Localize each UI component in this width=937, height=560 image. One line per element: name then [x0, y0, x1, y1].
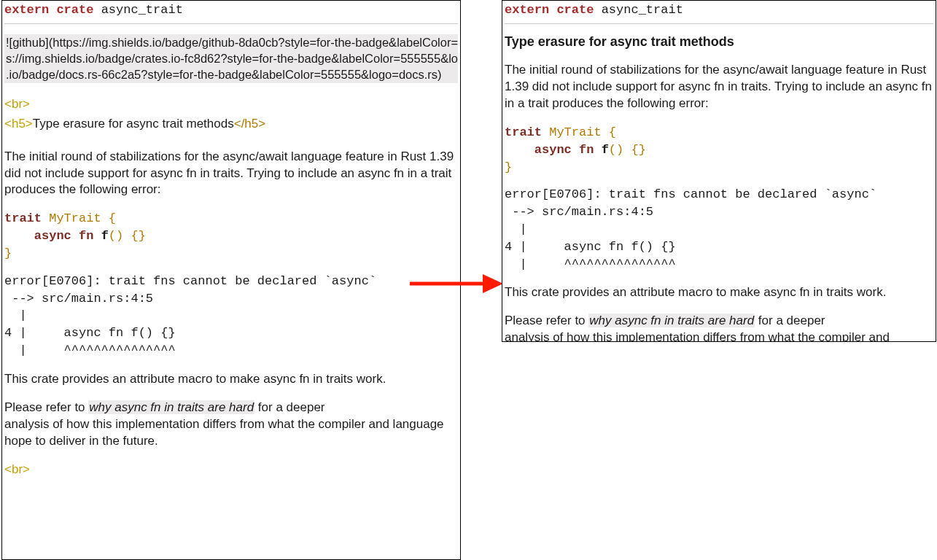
ref-link-right[interactable]: why async fn in traits are hard	[588, 314, 755, 327]
compiler-error-right: error[E0706]: trait fns cannot be declar…	[505, 186, 933, 273]
ref-paragraph-right-line2: analysis of how this implementation diff…	[505, 330, 933, 342]
badge-line-1: ![github](https://img.shields.io/badge/g…	[4, 34, 458, 50]
h5-text: Type erasure for async trait methods	[33, 117, 234, 131]
crate-header: extern crate async_trait	[4, 1, 458, 24]
badge-line-3: .io/badge/docs.rs-66c2a5?style=for-the-b…	[4, 66, 458, 82]
compiler-error-left: error[E0706]: trait fns cannot be declar…	[4, 273, 458, 359]
ref-paragraph-left-line2: analysis of how this implementation diff…	[4, 416, 458, 450]
crate-name: async_trait	[101, 3, 183, 17]
ref-link-left[interactable]: why async fn in traits are hard	[88, 400, 254, 414]
raw-br-tag-bottom: <br>	[4, 462, 458, 478]
page-root: extern crate async_trait ![github](https…	[0, 0, 937, 560]
raw-br-tag: <br>	[4, 96, 458, 113]
kw-crate: crate	[56, 3, 93, 17]
outro-paragraph-left: This crate provides an attribute macro t…	[4, 371, 458, 388]
source-panel: extern crate async_trait ![github](https…	[1, 0, 461, 560]
raw-h5-tag: <h5>Type erasure for async trait methods…	[4, 116, 458, 133]
crate-header-right: extern crate async_trait	[505, 1, 933, 24]
svg-marker-1	[483, 274, 503, 293]
markdown-badges-raw: ![github](https://img.shields.io/badge/g…	[4, 34, 458, 83]
kw-extern: extern	[4, 3, 49, 17]
badge-line-2: s://img.shields.io/badge/crates.io-fc8d6…	[4, 50, 458, 66]
ref-paragraph-right-line1: Please refer to why async fn in traits a…	[505, 313, 933, 330]
intro-paragraph-right: The initial round of stabilizations for …	[505, 62, 933, 112]
intro-paragraph-left: The initial round of stabilizations for …	[4, 149, 458, 199]
rendered-panel: extern crate async_trait Type erasure fo…	[502, 0, 936, 342]
rendered-heading: Type erasure for async trait methods	[505, 33, 933, 50]
code-block-left: trait MyTrait { async fn f() {} }	[4, 210, 458, 262]
code-block-right: trait MyTrait { async fn f() {} }	[505, 124, 933, 176]
arrow-icon	[410, 273, 503, 295]
outro-paragraph-right: This crate provides an attribute macro t…	[505, 284, 933, 301]
ref-paragraph-left-line1: Please refer to why async fn in traits a…	[4, 400, 458, 416]
